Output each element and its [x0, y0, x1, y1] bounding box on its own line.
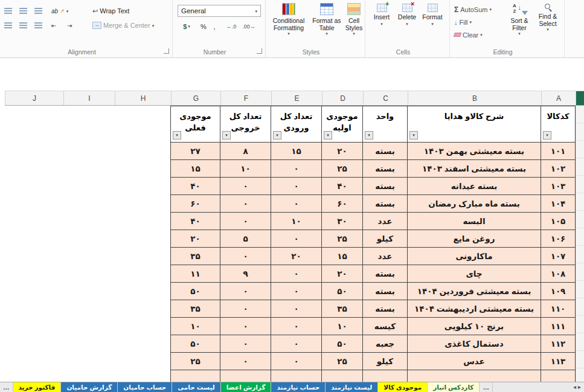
- cell-description[interactable]: دستمال کاغذی: [407, 335, 541, 353]
- cell-description[interactable]: [407, 370, 541, 382]
- cell-current-stock[interactable]: ۴۰: [170, 213, 220, 230]
- cell-total-in[interactable]: ۱۰: [271, 213, 321, 230]
- bottom-align-button[interactable]: [33, 4, 44, 18]
- cell-description[interactable]: چای: [407, 265, 541, 283]
- cell-unit[interactable]: بسته: [362, 143, 407, 160]
- cell-total-out[interactable]: ۵: [220, 230, 271, 248]
- sheet-tab[interactable]: موجودی کالا: [378, 382, 428, 392]
- cell-current-stock[interactable]: ۴۰: [170, 178, 220, 195]
- cell-item-code[interactable]: ۱۰۴: [541, 195, 575, 213]
- cell-unit[interactable]: بسته: [362, 160, 407, 178]
- number-dialog-launcher-icon[interactable]: [257, 48, 262, 54]
- delete-cells-button[interactable]: × Delete ▾: [394, 4, 420, 26]
- top-align-button[interactable]: [2, 4, 14, 18]
- fill-button[interactable]: ↓Fill▾: [454, 16, 472, 28]
- cell-description[interactable]: بسته معیشتی بهمن ۱۴۰۳: [407, 143, 541, 160]
- cell-initial-stock[interactable]: ۲۰: [321, 143, 362, 160]
- cell-total-in[interactable]: ۰: [271, 283, 321, 300]
- middle-align-button[interactable]: [18, 4, 29, 18]
- cell-current-stock[interactable]: ۲۷: [170, 143, 220, 160]
- sheet-tab[interactable]: حساب حامیان: [118, 382, 172, 392]
- cell-item-code[interactable]: ۱۰۱: [541, 143, 575, 160]
- cell-total-out[interactable]: ۸: [220, 143, 271, 160]
- find-select-button[interactable]: Find & Select ▾: [534, 3, 561, 31]
- cell-unit[interactable]: کیلو: [362, 353, 407, 370]
- sheet-tab[interactable]: فاکتور خرید: [13, 382, 62, 392]
- cell-unit[interactable]: بسته: [362, 178, 407, 195]
- column-header[interactable]: G: [171, 91, 220, 105]
- column-header[interactable]: A: [541, 91, 576, 105]
- percent-style-button[interactable]: %: [198, 20, 209, 33]
- cell-total-in[interactable]: ۰: [271, 353, 321, 370]
- cell-total-in[interactable]: ۰: [271, 160, 321, 178]
- number-format-select[interactable]: General▾: [178, 5, 261, 17]
- cell-total-out[interactable]: ۰: [220, 283, 271, 300]
- cell-unit[interactable]: کیلو: [362, 230, 407, 248]
- filter-dropdown-button[interactable]: ▾: [173, 131, 181, 140]
- orientation-button[interactable]: ab↗▾: [50, 4, 70, 18]
- wrap-text-button[interactable]: ↩Wrap Text: [91, 4, 131, 18]
- cell-total-in[interactable]: ۲۰: [271, 248, 321, 265]
- cell-description[interactable]: عدس: [407, 353, 541, 370]
- sheet-tab[interactable]: کاردکس انبار: [428, 382, 480, 392]
- cell-total-out[interactable]: ۰: [220, 248, 271, 265]
- cell-item-code[interactable]: ۱۱۱: [541, 318, 575, 335]
- cell-total-out[interactable]: [220, 370, 271, 382]
- cell-current-stock[interactable]: ۲۵: [170, 353, 220, 370]
- insert-cells-button[interactable]: + Insert ▾: [369, 4, 394, 26]
- decrease-indent-button[interactable]: ⇤: [50, 19, 58, 32]
- cell-initial-stock[interactable]: ۵۰: [321, 283, 362, 300]
- conditional-formatting-button[interactable]: Conditional Formatting ▾: [269, 3, 308, 36]
- cell-current-stock[interactable]: ۵۰: [170, 283, 220, 300]
- cell-total-in[interactable]: ۰: [271, 178, 321, 195]
- cell-total-out[interactable]: ۱۰: [220, 160, 271, 178]
- cell-current-stock[interactable]: ۳۵: [170, 300, 220, 318]
- cell-item-code[interactable]: ۱۰۵: [541, 213, 575, 230]
- cell-description[interactable]: ماکارونی: [407, 248, 541, 265]
- cell-unit[interactable]: [362, 370, 407, 382]
- cell-initial-stock[interactable]: ۳۰: [321, 213, 362, 230]
- cell-item-code[interactable]: ۱۰۲: [541, 160, 575, 178]
- cell-total-in[interactable]: ۰: [271, 335, 321, 353]
- table-header-cell[interactable]: شرح کالاو هدایا ▾: [407, 106, 541, 143]
- filter-dropdown-button[interactable]: ▾: [543, 131, 551, 140]
- sort-filter-button[interactable]: AZ ↓ Sort & Filter ▾: [505, 3, 533, 36]
- column-header[interactable]: D: [322, 91, 363, 105]
- cell-initial-stock[interactable]: ۲۰: [321, 265, 362, 283]
- filter-dropdown-button[interactable]: ▾: [409, 131, 418, 140]
- cell-current-stock[interactable]: ۶۰: [170, 195, 220, 213]
- cell-current-stock[interactable]: ۵۰: [170, 335, 220, 353]
- cell-total-in[interactable]: ۰: [271, 300, 321, 318]
- cell-unit[interactable]: بسته: [362, 265, 407, 283]
- comma-style-button[interactable]: ,: [210, 20, 219, 33]
- filter-dropdown-button[interactable]: ▾: [324, 131, 332, 140]
- sheet-tab[interactable]: لیست حامی: [172, 382, 221, 392]
- align-right-button[interactable]: [33, 19, 44, 32]
- cell-item-code[interactable]: ۱۰۶: [541, 230, 575, 248]
- clear-button[interactable]: Clear▾: [454, 29, 483, 40]
- sheet-tab[interactable]: گزارش حامیان: [61, 382, 118, 392]
- sheet-tab[interactable]: لیست نیازمند: [326, 382, 378, 392]
- cell-unit[interactable]: عدد: [362, 248, 407, 265]
- table-header-cell[interactable]: تعداد کل ورودی ▾: [271, 106, 321, 143]
- column-header[interactable]: I: [63, 91, 115, 105]
- cell-total-in[interactable]: ۰: [271, 195, 321, 213]
- cell-total-in[interactable]: ۰: [271, 318, 321, 335]
- cell-description[interactable]: بسته عیدانه: [407, 178, 541, 195]
- cell-total-out[interactable]: ۰: [220, 335, 271, 353]
- cell-unit[interactable]: بسته: [362, 300, 407, 318]
- cell-current-stock[interactable]: ۲۰: [170, 230, 220, 248]
- cell-initial-stock[interactable]: ۴۰: [321, 178, 362, 195]
- filter-dropdown-button[interactable]: ▾: [365, 131, 373, 140]
- cell-unit[interactable]: بسته: [362, 195, 407, 213]
- cell-total-in[interactable]: ۱۵: [271, 143, 321, 160]
- column-header[interactable]: B: [408, 91, 541, 105]
- table-header-cell[interactable]: تعداد کل خروجی ▾: [220, 106, 271, 143]
- cell-item-code[interactable]: ۱۱۳: [541, 353, 575, 370]
- column-header[interactable]: J: [5, 91, 63, 105]
- align-center-button[interactable]: [18, 19, 29, 32]
- row-headers[interactable]: [576, 106, 584, 382]
- cell-item-code[interactable]: ۱۰۳: [541, 178, 575, 195]
- cell-description[interactable]: بسته ماه مبارک رمضان: [407, 195, 541, 213]
- sheet-tab[interactable]: حساب نیازمند: [271, 382, 326, 392]
